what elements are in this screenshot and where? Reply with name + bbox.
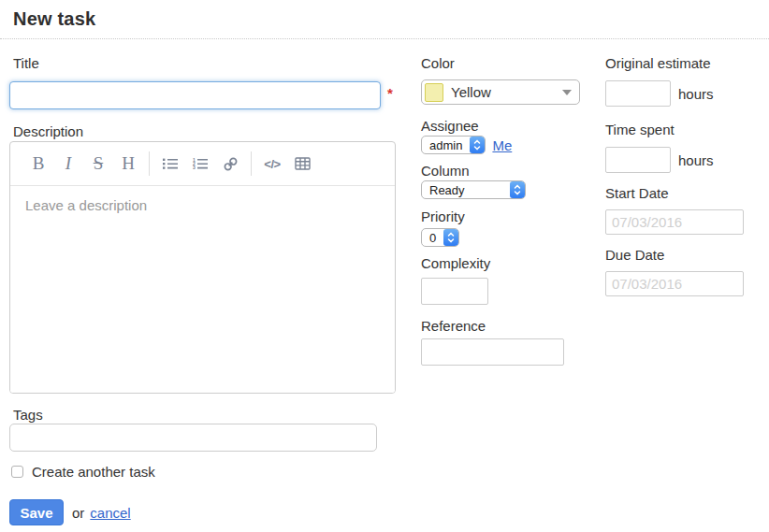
assign-me-link[interactable]: Me bbox=[492, 137, 512, 153]
color-value: Yellow bbox=[451, 84, 562, 100]
or-text: or bbox=[72, 505, 84, 521]
due-date-input[interactable] bbox=[605, 271, 744, 296]
create-another-checkbox[interactable] bbox=[11, 466, 23, 478]
reference-label: Reference bbox=[421, 317, 608, 336]
column-label: Column bbox=[421, 162, 608, 180]
original-estimate-label: Original estimate bbox=[605, 54, 769, 73]
complexity-label: Complexity bbox=[421, 254, 608, 273]
save-button[interactable]: Save bbox=[9, 499, 64, 525]
title-input[interactable] bbox=[9, 81, 381, 109]
editor-toolbar: B I S H bbox=[10, 142, 395, 186]
link-button[interactable] bbox=[215, 149, 245, 179]
toolbar-divider bbox=[149, 151, 150, 176]
assignee-row: admin Me bbox=[421, 136, 608, 154]
description-textarea[interactable] bbox=[10, 186, 395, 394]
page-title: New task bbox=[13, 8, 769, 30]
dropdown-arrow-icon bbox=[562, 90, 572, 95]
priority-row: 0 bbox=[421, 228, 608, 247]
unordered-list-button[interactable] bbox=[155, 149, 185, 179]
title-row: * bbox=[9, 81, 396, 109]
assignee-value: admin bbox=[422, 137, 470, 153]
column-value: Ready bbox=[422, 181, 510, 198]
create-another-row: Create another task bbox=[11, 464, 396, 480]
italic-button[interactable]: I bbox=[53, 149, 83, 179]
page-header: New task bbox=[0, 0, 769, 39]
link-icon bbox=[223, 156, 239, 172]
column-row: Ready bbox=[421, 180, 608, 199]
strikethrough-button[interactable]: S bbox=[83, 149, 113, 179]
priority-value: 0 bbox=[422, 229, 443, 246]
assignee-select[interactable]: admin bbox=[421, 136, 486, 154]
form-column-left: Title * Description B I S H bbox=[9, 54, 396, 525]
cancel-link[interactable]: cancel bbox=[90, 505, 130, 521]
svg-text:3: 3 bbox=[193, 165, 196, 170]
code-icon: </> bbox=[264, 157, 280, 171]
time-spent-row: hours bbox=[605, 147, 769, 173]
start-date-label: Start Date bbox=[605, 184, 769, 203]
markdown-editor: B I S H bbox=[9, 141, 396, 394]
ordered-list-button[interactable]: 123 bbox=[185, 149, 215, 179]
select-stepper-icon bbox=[470, 137, 485, 153]
column-select[interactable]: Ready bbox=[421, 180, 526, 199]
due-date-label: Due Date bbox=[605, 246, 769, 265]
hours-suffix: hours bbox=[678, 86, 714, 102]
required-asterisk: * bbox=[387, 85, 393, 101]
bold-button[interactable]: B bbox=[23, 149, 53, 179]
reference-input[interactable] bbox=[421, 338, 564, 366]
priority-select[interactable]: 0 bbox=[421, 228, 459, 247]
editor-body bbox=[10, 186, 395, 394]
original-estimate-input[interactable] bbox=[605, 80, 671, 107]
toolbar-divider bbox=[251, 151, 252, 176]
start-date-input[interactable] bbox=[605, 209, 744, 235]
original-estimate-row: hours bbox=[605, 80, 769, 107]
table-button[interactable] bbox=[287, 149, 317, 179]
ordered-list-icon: 123 bbox=[192, 157, 209, 170]
table-icon bbox=[295, 157, 311, 170]
assignee-label: Assignee bbox=[421, 117, 608, 136]
time-spent-input[interactable] bbox=[605, 147, 671, 173]
unordered-list-icon bbox=[162, 157, 179, 170]
time-spent-label: Time spent bbox=[605, 121, 769, 139]
color-label: Color bbox=[421, 54, 608, 73]
heading-icon: H bbox=[122, 153, 135, 174]
complexity-input[interactable] bbox=[421, 278, 488, 305]
new-task-page: New task Title * Description B I S H bbox=[0, 0, 769, 532]
tags-label: Tags bbox=[9, 407, 396, 424]
color-swatch-yellow bbox=[425, 83, 443, 102]
form-actions: Save or cancel bbox=[9, 499, 396, 525]
italic-icon: I bbox=[65, 153, 71, 174]
tags-input[interactable] bbox=[9, 424, 377, 452]
create-another-label: Create another task bbox=[32, 464, 155, 480]
select-stepper-icon bbox=[443, 229, 458, 246]
color-select[interactable]: Yellow bbox=[421, 79, 580, 105]
bold-icon: B bbox=[33, 153, 45, 174]
strikethrough-icon: S bbox=[94, 153, 104, 174]
description-label: Description bbox=[9, 122, 396, 141]
select-stepper-icon bbox=[510, 181, 525, 198]
form-column-right: Original estimate hours Time spent hours… bbox=[605, 54, 769, 308]
priority-label: Priority bbox=[421, 208, 608, 226]
title-label: Title bbox=[9, 54, 396, 73]
heading-button[interactable]: H bbox=[113, 149, 143, 179]
hours-suffix: hours bbox=[678, 152, 714, 168]
form-column-middle: Color Yellow Assignee admin Me Column Re… bbox=[421, 54, 608, 366]
code-button[interactable]: </> bbox=[257, 149, 287, 179]
